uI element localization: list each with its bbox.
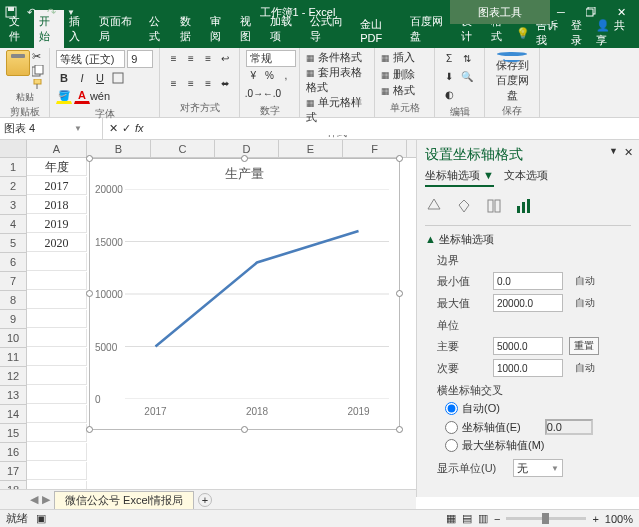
chart-handle-n[interactable]	[241, 155, 248, 162]
percent-icon[interactable]: %	[262, 67, 276, 83]
chart-object[interactable]: 生产量 05000100001500020000 201720182019	[89, 158, 400, 430]
wrap-text-icon[interactable]: ↩	[218, 50, 233, 66]
row-16[interactable]: 16	[0, 443, 27, 462]
font-color-button[interactable]: A	[74, 88, 90, 104]
view-normal-icon[interactable]: ▦	[446, 512, 456, 525]
zoom-in-icon[interactable]: +	[592, 513, 598, 525]
row-8[interactable]: 8	[0, 291, 27, 310]
cell-A7[interactable]	[27, 272, 87, 290]
tab-wps[interactable]: 金山PDF	[355, 13, 405, 48]
align-top-icon[interactable]: ≡	[166, 50, 181, 66]
paste-button[interactable]: ✂ 粘贴	[6, 50, 43, 104]
col-E[interactable]: E	[279, 140, 343, 157]
tab-formula[interactable]: 公式	[144, 10, 174, 48]
currency-icon[interactable]: ¥	[246, 67, 260, 83]
select-all-corner[interactable]	[0, 140, 27, 157]
sort-icon[interactable]: ⇅	[459, 50, 475, 66]
row-6[interactable]: 6	[0, 253, 27, 272]
delete-cells-button[interactable]: ▦ 删除	[381, 67, 428, 82]
cell-A4[interactable]: 2019	[27, 215, 87, 233]
row-13[interactable]: 13	[0, 386, 27, 405]
chart-title[interactable]: 生产量	[90, 159, 399, 189]
align-middle-icon[interactable]: ≡	[183, 50, 198, 66]
format-cells-button[interactable]: ▦ 格式	[381, 83, 428, 98]
zoom-out-icon[interactable]: −	[494, 513, 500, 525]
chart-handle-se[interactable]	[396, 426, 403, 433]
chart-plot-area[interactable]: 05000100001500020000 201720182019	[125, 189, 389, 399]
display-unit-combo[interactable]: 无▼	[513, 459, 563, 477]
undo-icon[interactable]: ↶	[24, 5, 38, 19]
align-center-icon[interactable]: ≡	[183, 75, 198, 91]
macro-record-icon[interactable]: ▣	[36, 512, 46, 525]
fill-icon[interactable]: ⬇	[441, 68, 457, 84]
tab-layout[interactable]: 页面布局	[94, 10, 144, 48]
tab-view[interactable]: 视图	[235, 10, 265, 48]
row-4[interactable]: 4	[0, 215, 27, 234]
underline-button[interactable]: U	[92, 70, 108, 86]
cell-A9[interactable]	[27, 310, 87, 328]
redo-icon[interactable]: ↷	[44, 5, 58, 19]
insert-cells-button[interactable]: ▦ 插入	[381, 50, 428, 65]
effects-icon[interactable]	[455, 197, 473, 215]
cross-auto-radio[interactable]	[445, 402, 458, 415]
dec-decimal-icon[interactable]: ←.0	[264, 85, 280, 101]
tab-baidu[interactable]: 百度网盘	[405, 10, 455, 48]
sheet-nav-prev-icon[interactable]: ◀	[30, 493, 38, 506]
merge-icon[interactable]: ⬌	[218, 75, 233, 91]
cell-A17[interactable]	[27, 462, 87, 480]
clear-icon[interactable]: ◐	[441, 86, 457, 102]
cell-A10[interactable]	[27, 329, 87, 347]
save-icon[interactable]	[4, 5, 18, 19]
row-9[interactable]: 9	[0, 310, 27, 329]
cell-A16[interactable]	[27, 443, 87, 461]
name-box-input[interactable]	[4, 123, 74, 135]
tab-formula-guide[interactable]: 公式向导	[305, 10, 355, 48]
col-D[interactable]: D	[215, 140, 279, 157]
col-B[interactable]: B	[87, 140, 151, 157]
row-10[interactable]: 10	[0, 329, 27, 348]
pane-dropdown-icon[interactable]: ▼	[609, 146, 618, 159]
table-format-button[interactable]: ▦ 套用表格格式	[306, 65, 368, 95]
major-reset-button[interactable]: 重置	[569, 337, 599, 355]
align-left-icon[interactable]: ≡	[166, 75, 181, 91]
inc-decimal-icon[interactable]: .0→	[246, 85, 262, 101]
cell-A3[interactable]: 2018	[27, 196, 87, 214]
chart-handle-s[interactable]	[241, 426, 248, 433]
chart-handle-w[interactable]	[86, 290, 93, 297]
view-pagelayout-icon[interactable]: ▤	[462, 512, 472, 525]
axis-options-icon[interactable]	[515, 197, 533, 215]
cell-A8[interactable]	[27, 291, 87, 309]
number-format-combo[interactable]: 常规	[246, 50, 296, 67]
pane-tab-axis[interactable]: 坐标轴选项 ▼	[425, 168, 494, 187]
cross-value-radio[interactable]	[445, 421, 458, 434]
border-button[interactable]	[110, 70, 126, 86]
col-A[interactable]: A	[27, 140, 87, 157]
qa-more-icon[interactable]: ▼	[64, 5, 78, 19]
view-pagebreak-icon[interactable]: ▥	[478, 512, 488, 525]
copy-icon[interactable]	[32, 65, 44, 77]
zoom-level[interactable]: 100%	[605, 513, 633, 525]
italic-button[interactable]: I	[74, 70, 90, 86]
comma-icon[interactable]: ,	[279, 67, 293, 83]
cell-style-button[interactable]: ▦ 单元格样式	[306, 95, 368, 125]
col-C[interactable]: C	[151, 140, 215, 157]
cut-icon[interactable]: ✂	[32, 50, 44, 63]
row-1[interactable]: 1	[0, 158, 27, 177]
cell-A12[interactable]	[27, 367, 87, 385]
pane-close-icon[interactable]: ✕	[624, 146, 633, 159]
align-bottom-icon[interactable]: ≡	[201, 50, 216, 66]
cond-format-button[interactable]: ▦ 条件格式	[306, 50, 368, 65]
cross-max-radio[interactable]	[445, 439, 458, 452]
autosum-icon[interactable]: Σ	[441, 50, 457, 66]
chart-handle-ne[interactable]	[396, 155, 403, 162]
enter-formula-icon[interactable]: ✓	[122, 122, 131, 135]
fill-outline-icon[interactable]	[425, 197, 443, 215]
fill-color-button[interactable]: 🪣	[56, 88, 72, 104]
row-5[interactable]: 5	[0, 234, 27, 253]
max-input[interactable]	[493, 294, 563, 312]
cell-A2[interactable]: 2017	[27, 177, 87, 195]
cell-A5[interactable]: 2020	[27, 234, 87, 252]
size-props-icon[interactable]	[485, 197, 503, 215]
cell-A6[interactable]	[27, 253, 87, 271]
cell-A14[interactable]	[27, 405, 87, 423]
